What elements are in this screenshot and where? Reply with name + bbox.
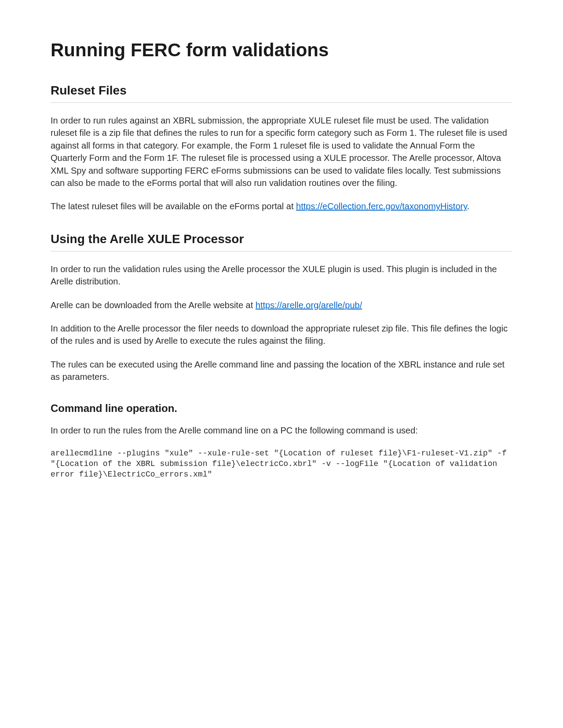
paragraph: The rules can be executed using the Arel… <box>51 358 512 383</box>
paragraph: In order to run the rules from the Arell… <box>51 424 512 437</box>
paragraph: In order to run rules against an XBRL su… <box>51 114 512 189</box>
section-ruleset-files: Ruleset Files In order to run rules agai… <box>51 82 512 213</box>
link-taxonomy-history[interactable]: https://eCollection.ferc.gov/taxonomyHis… <box>296 201 467 211</box>
text: . <box>467 201 470 211</box>
paragraph: The latest ruleset files will be availab… <box>51 200 512 212</box>
code-block: arellecmdline --plugins "xule" --xule-ru… <box>51 448 512 480</box>
heading-ruleset-files: Ruleset Files <box>51 82 512 103</box>
heading-command-line: Command line operation. <box>51 401 512 416</box>
paragraph: In addition to the Arelle processor the … <box>51 322 512 347</box>
text: The latest ruleset files will be availab… <box>51 201 296 211</box>
section-arelle-xule: Using the Arelle XULE Processor In order… <box>51 230 512 383</box>
paragraph: Arelle can be downloaded from the Arelle… <box>51 299 512 311</box>
section-command-line: Command line operation. In order to run … <box>51 401 512 480</box>
page-title: Running FERC form validations <box>51 37 512 63</box>
text: Arelle can be downloaded from the Arelle… <box>51 300 256 310</box>
link-arelle-download[interactable]: https://arelle.org/arelle/pub/ <box>256 300 362 310</box>
paragraph: In order to run the validation rules usi… <box>51 263 512 288</box>
heading-arelle-xule: Using the Arelle XULE Processor <box>51 230 512 251</box>
